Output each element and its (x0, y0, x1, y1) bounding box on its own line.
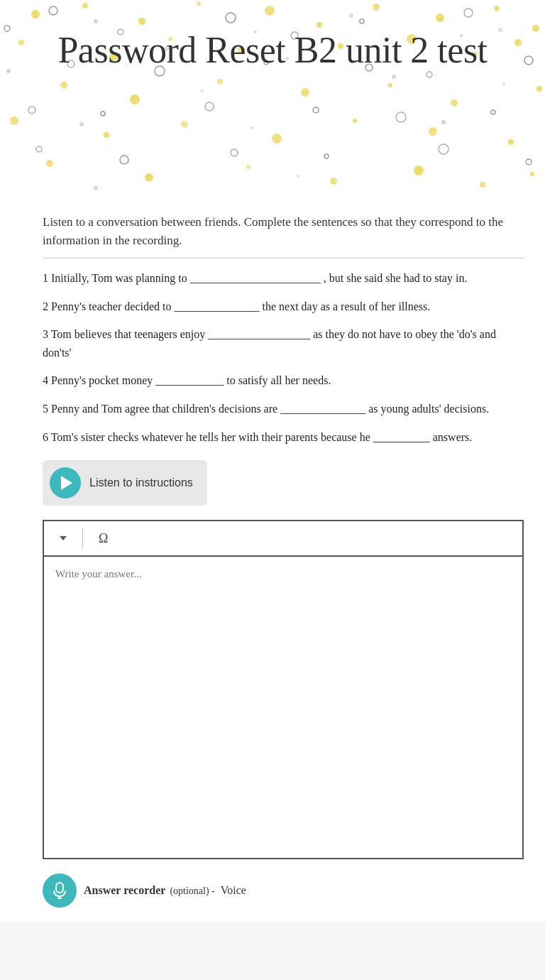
answer-recorder: Answer recorder (optional) - Voice (43, 859, 524, 908)
svg-point-54 (205, 102, 214, 111)
svg-point-60 (231, 149, 238, 156)
svg-point-21 (301, 88, 309, 97)
recorder-label: Answer recorder (optional) - Voice (84, 884, 246, 897)
svg-point-79 (94, 186, 98, 190)
svg-point-34 (246, 165, 251, 169)
svg-point-58 (36, 146, 42, 152)
svg-point-53 (101, 111, 105, 116)
svg-point-26 (104, 132, 109, 138)
svg-point-61 (324, 154, 329, 158)
listen-button-label: Listen to instructions (89, 477, 193, 489)
toolbar-divider (82, 528, 83, 548)
svg-point-31 (508, 139, 514, 145)
voice-label: Voice (221, 884, 246, 896)
question-item: 4 Penny's pocket money ____________ to s… (43, 371, 524, 390)
svg-point-28 (272, 134, 282, 143)
microphone-icon (53, 882, 67, 899)
svg-point-19 (130, 94, 140, 104)
svg-point-72 (201, 89, 204, 92)
svg-point-77 (441, 120, 446, 124)
svg-point-38 (530, 172, 534, 176)
answer-textarea[interactable] (44, 557, 522, 855)
toolbar-left: Ω (51, 528, 515, 549)
toolbar-dropdown[interactable] (51, 533, 72, 543)
listen-button[interactable]: Listen to instructions (43, 460, 207, 506)
svg-point-30 (429, 127, 437, 136)
question-item: 3 Tom believes that teenagers enjoy ____… (43, 325, 524, 361)
svg-point-27 (181, 121, 188, 128)
question-item: 1 Initially, Tom was planning to _______… (43, 269, 524, 288)
instructions-text: Listen to a conversation between friends… (43, 213, 524, 258)
svg-point-33 (145, 173, 153, 182)
header-area: Password Reset B2 unit 2 test (0, 0, 545, 199)
questions-list: 1 Initially, Tom was planning to _______… (43, 269, 524, 446)
question-item: 2 Penny's teacher decided to ___________… (43, 298, 524, 316)
main-content: Listen to a conversation between friends… (0, 199, 545, 922)
svg-point-78 (297, 175, 299, 178)
svg-point-23 (451, 99, 458, 107)
svg-point-29 (353, 119, 357, 123)
svg-rect-80 (56, 883, 63, 893)
question-item: 5 Penny and Tom agree that children's de… (43, 400, 524, 418)
svg-point-75 (79, 122, 84, 126)
svg-point-35 (330, 178, 337, 185)
answer-area: Ω (43, 520, 524, 859)
svg-point-36 (414, 165, 424, 175)
svg-point-76 (251, 126, 253, 129)
svg-point-62 (439, 144, 448, 154)
chevron-down-icon (60, 536, 67, 540)
svg-point-57 (491, 110, 495, 114)
svg-point-59 (120, 156, 128, 164)
recorder-icon[interactable] (43, 873, 77, 908)
omega-symbol[interactable]: Ω (93, 528, 114, 549)
svg-point-55 (313, 107, 319, 113)
svg-point-56 (396, 112, 406, 122)
svg-point-32 (46, 160, 53, 167)
svg-point-25 (10, 116, 18, 125)
svg-point-52 (28, 107, 35, 114)
answer-toolbar: Ω (44, 521, 522, 557)
svg-point-37 (480, 182, 485, 187)
play-icon (50, 467, 81, 499)
svg-point-63 (526, 159, 532, 165)
recorder-optional: (optional) - (170, 886, 214, 896)
recorder-label-bold: Answer recorder (84, 884, 165, 896)
question-item: 6 Tom's sister checks whatever he tells … (43, 428, 524, 447)
page-title: Password Reset B2 unit 2 test (0, 0, 545, 87)
